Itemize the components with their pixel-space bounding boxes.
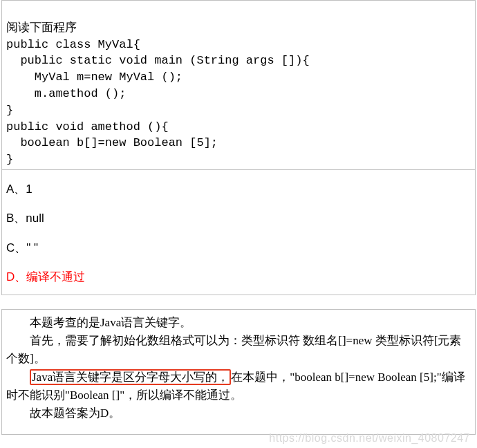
explanation-box: 本题考查的是Java语言关键字。 首先，需要了解初始化数组格式可以为：类型标识符…: [1, 309, 476, 435]
code-line: boolean b[]=new Boolean [5];: [6, 136, 218, 149]
code-line: public void amethod (){: [6, 120, 169, 133]
options-box: A、1 B、null C、" " D、编译不通过: [1, 170, 476, 295]
option-d-correct: D、编译不通过: [6, 270, 471, 284]
explanation-line: Java语言关键字是区分字母大小写的，在本题中，"boolean b[]=new…: [6, 368, 471, 405]
code-line: MyVal m=new MyVal ();: [6, 71, 183, 84]
option-b: B、null: [6, 212, 471, 225]
option-a: A、1: [6, 183, 471, 196]
explanation-line: 首先，需要了解初始化数组格式可以为：类型标识符 数组名[]=new 类型标识符[…: [6, 332, 471, 368]
code-line: }: [6, 104, 13, 117]
code-line: }: [6, 153, 13, 166]
explanation-line: 故本题答案为D。: [6, 404, 471, 422]
option-c: C、" ": [6, 241, 471, 255]
code-line: public class MyVal{: [6, 38, 140, 51]
explanation-line: 本题考查的是Java语言关键字。: [6, 314, 471, 332]
question-code-box: 阅读下面程序 public class MyVal{ public static…: [1, 0, 476, 170]
code-line: m.amethod ();: [6, 87, 126, 100]
highlight-box: Java语言关键字是区分字母大小写的，: [30, 369, 231, 385]
spacer: [0, 295, 477, 309]
question-intro: 阅读下面程序: [6, 21, 77, 35]
code-line: public static void main (String args [])…: [6, 54, 310, 67]
